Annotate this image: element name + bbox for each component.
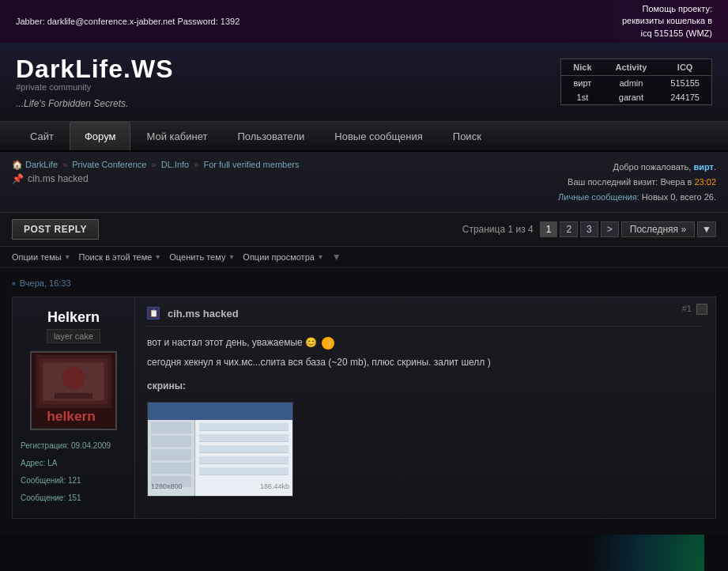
page-info: Страница 1 из 4 — [462, 224, 534, 235]
nav-forum[interactable]: Форум — [70, 122, 131, 150]
nav-cabinet[interactable]: Мой кабинет — [132, 123, 221, 150]
jabber-info: Jabber: darklife@conference.x-jabber.net… — [16, 17, 240, 26]
post-line1: вот и настал этот день, уважаемые 😊 :) — [147, 335, 703, 350]
visit-label: Ваш последний визит: Вчера в — [568, 177, 694, 187]
bc-dlinfo[interactable]: DL.Info — [161, 160, 189, 169]
user1-nick: вирт — [561, 76, 603, 91]
breadcrumb: 🏠 DarkLife » Private Conference » DL.Inf… — [12, 160, 299, 170]
page-2[interactable]: 2 — [560, 221, 578, 237]
option-theme[interactable]: Опции темы — [12, 252, 71, 262]
ss-row-1 — [199, 423, 289, 431]
page-1[interactable]: 1 — [540, 221, 558, 237]
visit-time: 23:02 — [694, 177, 716, 187]
nav-messages[interactable]: Новые сообщения — [320, 123, 437, 150]
bc-section[interactable]: For full verified members — [203, 160, 299, 169]
thread-title: 📌 cih.ms hacked — [12, 173, 299, 184]
col-nick: Nick — [561, 59, 603, 76]
smiley-icon: :) — [322, 337, 334, 350]
poster-meta: Регистрация: 09.04.2009 Адрес: LA Сообще… — [21, 438, 126, 506]
screenshot-size: 186.44kb — [260, 481, 289, 493]
options-bar: Опции темы Поиск в этой теме Оценить тем… — [0, 247, 728, 268]
pm-label[interactable]: Личные сообщения: — [558, 192, 642, 202]
post-item: #1 Helkern layer cake — [12, 297, 716, 519]
user-info-table: Nick Activity ICQ вирт admin 515155 1st … — [560, 59, 712, 105]
nav-bar: Сайт Форум Мой кабинет Пользователи Новы… — [0, 122, 728, 152]
date-header: Вчера, 16:33 — [12, 276, 716, 290]
post-type-icon: 📋 — [147, 307, 160, 320]
option-search[interactable]: Поиск в этой теме — [79, 252, 162, 262]
welcome-username: вирт — [693, 162, 714, 172]
poster-reg: Регистрация: 09.04.2009 — [21, 438, 126, 454]
user1-icq: 515155 — [658, 76, 711, 91]
post-content-header: 📋 cih.ms hacked — [147, 307, 703, 327]
post-number: #1 — [682, 304, 692, 313]
user2-nick: 1st — [561, 90, 603, 104]
post-body: вот и настал этот день, уважаемые 😊 :) с… — [147, 335, 703, 497]
col-icq: ICQ — [658, 59, 711, 76]
svg-rect-5 — [55, 393, 92, 399]
ss-row-2 — [199, 434, 289, 442]
screenshot-topbar — [148, 403, 292, 420]
nav-users[interactable]: Пользователи — [223, 123, 319, 150]
user-panel: Helkern layer cake — [13, 297, 135, 518]
col-activity: Activity — [604, 59, 659, 76]
logo-area: DarkLife.WS #private community ...Life's… — [16, 55, 173, 109]
post-body-text1: вот и настал этот день, уважаемые 😊 — [147, 337, 317, 348]
poster-name: Helkern — [47, 309, 100, 326]
ss-si-4 — [151, 463, 191, 474]
welcome-box: Добро пожаловать, вирт. Ваш последний ви… — [558, 160, 716, 204]
site-logo: DarkLife.WS — [16, 55, 173, 84]
screenshot-dimensions: 1280x800 — [151, 481, 183, 493]
user2-activity: garant — [604, 90, 659, 104]
welcome-greeting: Добро пожаловать, — [613, 162, 694, 172]
poster-posts: Сообщений: 121 — [21, 473, 126, 489]
ss-row-4 — [199, 456, 289, 464]
content-area: 🏠 DarkLife » Private Conference » DL.Inf… — [0, 152, 728, 535]
posts-area: Вчера, 16:33 #1 Helkern layer cake — [0, 268, 728, 535]
poster-avatar: helkern — [30, 351, 117, 430]
page-last[interactable]: Последняя » — [621, 221, 695, 237]
post-reply-bar: POST REPLY Страница 1 из 4 1 2 3 > После… — [0, 213, 728, 247]
svg-text:helkern: helkern — [47, 409, 96, 425]
post-screenshot[interactable]: 1280x800 186.44kb — [147, 402, 293, 497]
pagination: Страница 1 из 4 1 2 3 > Последняя » ▼ — [462, 221, 716, 237]
site-tagline: ...Life's Forbidden Secrets. — [16, 98, 173, 109]
nav-search[interactable]: Поиск — [439, 123, 496, 150]
user2-icq: 244175 — [658, 90, 711, 104]
user1-activity: admin — [604, 76, 659, 91]
poster-address: Адрес: LA — [21, 456, 126, 471]
bc-icon: 🏠 — [12, 160, 23, 169]
option-view[interactable]: Опции просмотра — [243, 252, 323, 262]
svg-point-4 — [62, 366, 85, 389]
post-corner-icon — [696, 304, 707, 315]
options-arrow[interactable]: ▼ — [332, 251, 341, 263]
option-rate[interactable]: Оценить тему — [169, 252, 235, 262]
help-info: Помощь проекту: реквизиты кошелька в icq… — [622, 3, 712, 40]
post-reply-button[interactable]: POST REPLY — [12, 219, 99, 240]
avatar-image: helkern — [32, 353, 115, 429]
thread-icon: 📌 — [12, 173, 24, 184]
ss-si-1 — [151, 422, 191, 433]
site-header: DarkLife.WS #private community ...Life's… — [0, 43, 728, 122]
ss-si-3 — [151, 449, 191, 460]
poster-extra: Сообщение: 151 — [21, 490, 126, 506]
avatar-svg: helkern — [32, 351, 115, 429]
user-row-2: 1st garant 244175 — [561, 90, 711, 104]
ss-row-3 — [199, 445, 289, 453]
page-3[interactable]: 3 — [580, 221, 598, 237]
bc-conference[interactable]: Private Conference — [72, 160, 146, 169]
post-line2: сегодня хекнул я чих.мс...слита вся база… — [147, 354, 703, 370]
thread-name: cih.ms hacked — [28, 173, 89, 184]
poster-rank: layer cake — [47, 329, 100, 343]
dropdown-arrow[interactable]: ▼ — [697, 221, 716, 237]
user-row-1: вирт admin 515155 — [561, 76, 711, 91]
page-next[interactable]: > — [601, 221, 619, 237]
top-bar: Jabber: darklife@conference.x-jabber.net… — [0, 0, 728, 43]
breadcrumb-bar: 🏠 DarkLife » Private Conference » DL.Inf… — [0, 152, 728, 213]
bc-darklife[interactable]: DarkLife — [25, 160, 58, 169]
ss-row-5 — [199, 467, 289, 475]
nav-site[interactable]: Сайт — [16, 123, 68, 150]
post-content: 📋 cih.ms hacked вот и настал этот день, … — [135, 297, 715, 518]
ss-si-2 — [151, 436, 191, 447]
post-subject: cih.ms hacked — [168, 308, 239, 320]
